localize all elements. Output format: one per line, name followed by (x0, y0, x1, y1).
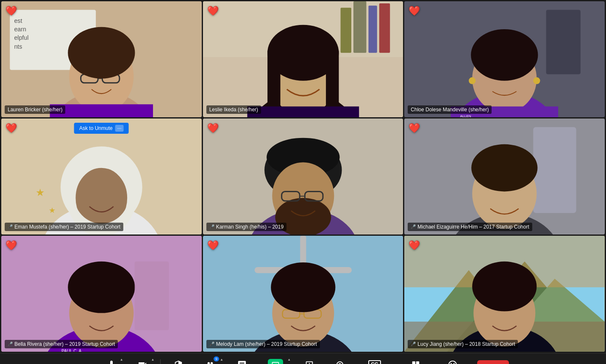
video-cell-4: ★ ★ ❤️ Ask to Unmute ··· 🎤 Eman Mustefa … (1, 119, 202, 234)
heart-reaction-2: ❤️ (207, 6, 219, 17)
svg-point-31 (469, 77, 475, 84)
ask-unmute-button[interactable]: Ask to Unmute ··· (74, 123, 129, 134)
separator-1 (160, 359, 161, 364)
security-icon (174, 359, 183, 364)
svg-point-30 (471, 29, 538, 81)
video-bg-8 (203, 236, 403, 352)
stop-video-button[interactable]: ▲ Stop Video (128, 355, 157, 364)
mute-icon (106, 359, 117, 364)
name-label-7: 🎤 Bella Rivera (she/her) – 2019 Startup … (5, 340, 118, 348)
svg-rect-86 (416, 361, 419, 364)
name-label-1: Lauren Bricker (she/her) (5, 105, 65, 114)
heart-reaction-1: ❤️ (6, 6, 17, 17)
video-cell-8: ❤️ 🎤 Melody Lam (she/her) – 2019 Startup… (203, 236, 403, 352)
mute-caret[interactable]: ▲ (120, 358, 123, 361)
svg-text:nts: nts (14, 43, 22, 50)
svg-text:★: ★ (49, 206, 56, 215)
video-bg-2 (203, 1, 403, 117)
reactions-icon (448, 359, 458, 364)
video-cell-7: PAUL C. A... ❤️ 🎤 Bella Rivera (she/her)… (1, 236, 202, 352)
video-bg-9 (404, 236, 605, 352)
mic-muted-icon-6: 🎤 (411, 224, 416, 229)
svg-rect-25 (247, 107, 359, 117)
chat-icon (237, 359, 247, 364)
security-button[interactable]: Security (164, 355, 193, 364)
svg-point-32 (534, 77, 540, 84)
name-label-3: Chloe Dolese Mandeville (she/her) (408, 105, 492, 114)
breakout-rooms-icon (411, 359, 420, 364)
polling-icon (305, 359, 314, 364)
svg-rect-19 (340, 8, 351, 53)
svg-rect-85 (412, 361, 415, 364)
svg-rect-18 (379, 3, 390, 53)
share-screen-caret[interactable]: ▲ (287, 358, 291, 361)
svg-rect-16 (353, 1, 366, 53)
participants-icon: 9 (206, 359, 215, 364)
video-bg-5 (203, 119, 403, 234)
video-grid: est earn elpful nts ❤️ Lauren Br (0, 0, 606, 353)
name-label-4: 🎤 Eman Mustefa (she/her) – 2019 Startup … (5, 223, 123, 231)
svg-rect-17 (368, 6, 377, 53)
svg-text:★: ★ (36, 186, 45, 198)
video-cell-2: ❤️ Leslie Ikeda (she/her) (203, 1, 403, 117)
stop-video-icon (137, 359, 147, 364)
svg-text:ALLEN: ALLEN (460, 114, 471, 117)
participants-count: 9 (214, 356, 219, 361)
heart-reaction-5: ❤️ (207, 123, 219, 134)
mute-button[interactable]: ▲ Mute (97, 355, 126, 364)
name-label-5: 🎤 Karman Singh (he/his) – 2019 (206, 223, 286, 231)
chat-button[interactable]: Chat (228, 355, 256, 364)
heart-reaction-4: ❤️ (6, 123, 17, 134)
svg-rect-61 (134, 262, 169, 330)
svg-point-55 (472, 144, 538, 192)
mic-muted-icon-9: 🎤 (411, 342, 416, 346)
svg-point-12 (68, 27, 135, 79)
share-screen-icon (268, 359, 283, 364)
live-transcript-button[interactable]: CC Live Transcript (356, 355, 393, 364)
mic-muted-icon-7: 🎤 (8, 342, 13, 346)
svg-point-59 (68, 262, 135, 313)
record-icon (335, 359, 345, 364)
video-cell-5: ❤️ 🎤 Karman Singh (he/his) – 2019 (203, 119, 403, 234)
mic-muted-icon-8: 🎤 (209, 342, 214, 346)
svg-rect-27 (546, 10, 581, 74)
video-cell-3: ALLEN ❤️ Chloe Dolese Mandeville (she/he… (404, 1, 605, 117)
record-button[interactable]: Record (325, 355, 354, 364)
mic-muted-icon-5: 🎤 (209, 224, 214, 229)
video-bg-1: est earn elpful nts (1, 1, 202, 117)
polling-button[interactable]: Polling (295, 355, 324, 364)
heart-reaction-9: ❤️ (409, 240, 420, 251)
svg-text:PAUL C. A...: PAUL C. A... (61, 349, 85, 352)
svg-text:earn: earn (14, 26, 26, 33)
svg-text:elpful: elpful (14, 34, 28, 41)
name-label-9: 🎤 Lucy Jiang (she/her) – 2018 Startup Co… (408, 340, 518, 348)
svg-point-82 (473, 262, 537, 312)
svg-rect-13 (50, 104, 153, 117)
name-label-2: Leslie Ikeda (she/her) (206, 105, 261, 114)
heart-reaction-8: ❤️ (207, 240, 219, 251)
video-cell-6: ❤️ 🎤 Michael Eizaguirre He/Him – 2017 St… (404, 119, 605, 234)
leave-button[interactable]: Leave (477, 360, 509, 364)
video-bg-3: ALLEN (404, 1, 605, 117)
video-bg-7: PAUL C. A... (1, 236, 202, 352)
svg-point-72 (271, 262, 335, 312)
video-bg-6 (404, 119, 605, 234)
name-label-6: 🎤 Michael Eizaguirre He/Him – 2017 Start… (408, 223, 532, 231)
name-label-8: 🎤 Melody Lam (she/her) – 2019 Startup Co… (206, 340, 320, 348)
toolbar: ▲ Mute ▲ Stop Video Security ▲ (0, 353, 606, 364)
share-screen-button[interactable]: ▲ Share Screen (258, 355, 293, 364)
live-transcript-icon: CC (368, 359, 381, 364)
more-options-dots[interactable]: ··· (115, 125, 124, 132)
heart-reaction-3: ❤️ (409, 6, 420, 17)
participants-button[interactable]: ▲ 9 Participants (195, 355, 225, 364)
svg-rect-52 (534, 127, 576, 213)
mic-muted-icon-4: 🎤 (8, 224, 13, 229)
video-cell-9: ❤️ 🎤 Lucy Jiang (she/her) – 2018 Startup… (404, 236, 605, 352)
participants-caret[interactable]: ▲ (220, 358, 223, 361)
svg-text:est: est (14, 17, 22, 24)
heart-reaction-6: ❤️ (409, 123, 420, 134)
reactions-button[interactable]: Reactions (438, 355, 467, 364)
video-caret[interactable]: ▲ (151, 358, 154, 361)
video-cell-1: est earn elpful nts ❤️ Lauren Br (1, 1, 202, 117)
breakout-rooms-button[interactable]: Breakout Rooms (395, 355, 436, 364)
